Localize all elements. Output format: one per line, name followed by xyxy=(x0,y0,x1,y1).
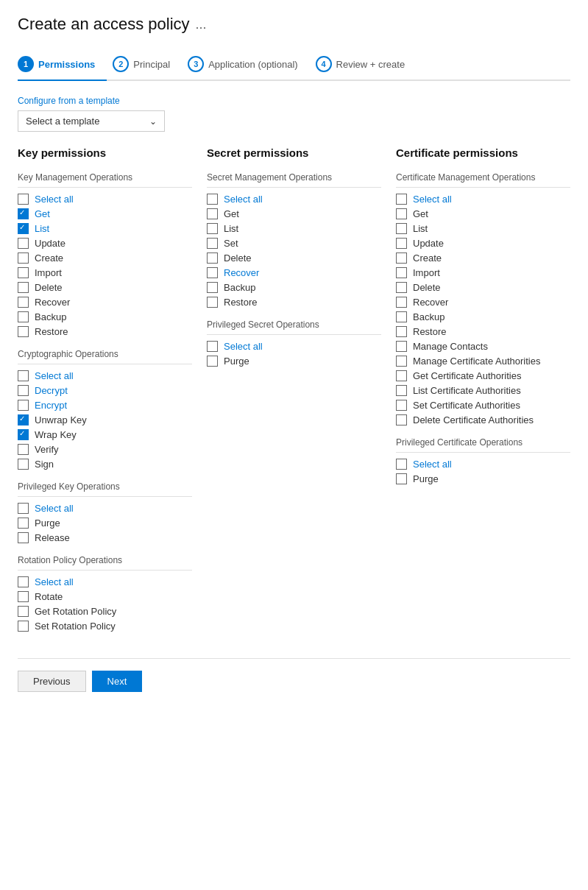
cm-create-checkbox[interactable] xyxy=(396,252,407,264)
step-application[interactable]: 3 Application (optional) xyxy=(188,49,309,80)
cm-list-label[interactable]: List xyxy=(413,223,428,234)
co-unwrapkey-checkbox[interactable] xyxy=(18,414,29,425)
ps-purge-label[interactable]: Purge xyxy=(224,356,249,367)
cm-selectall-label[interactable]: Select all xyxy=(413,194,452,205)
cm-recover-checkbox[interactable] xyxy=(396,297,407,308)
sm-selectall-label[interactable]: Select all xyxy=(224,194,263,205)
km-create-checkbox[interactable] xyxy=(18,252,29,264)
km-backup-label[interactable]: Backup xyxy=(35,311,66,322)
rp-selectall-label[interactable]: Select all xyxy=(35,576,74,587)
rp-getpolicy-checkbox[interactable] xyxy=(18,606,29,617)
co-selectall-checkbox[interactable] xyxy=(18,370,29,381)
cm-setca-label[interactable]: Set Certificate Authorities xyxy=(413,400,520,411)
co-wrapkey-checkbox[interactable] xyxy=(18,429,29,440)
pk-selectall-checkbox[interactable] xyxy=(18,503,29,514)
sm-restore-checkbox[interactable] xyxy=(207,297,218,308)
km-selectall-label[interactable]: Select all xyxy=(35,194,74,205)
step-review[interactable]: 4 Review + create xyxy=(316,49,417,80)
rp-selectall-checkbox[interactable] xyxy=(18,576,29,587)
sm-recover-label[interactable]: Recover xyxy=(224,267,259,278)
sm-backup-label[interactable]: Backup xyxy=(224,282,255,293)
sm-restore-label[interactable]: Restore xyxy=(224,297,258,308)
cm-manageca-label[interactable]: Manage Certificate Authorities xyxy=(413,356,540,367)
co-verify-label[interactable]: Verify xyxy=(35,444,59,455)
co-encrypt-label[interactable]: Encrypt xyxy=(35,400,67,411)
sm-set-label[interactable]: Set xyxy=(224,238,238,249)
cm-listca-label[interactable]: List Certificate Authorities xyxy=(413,385,521,396)
km-restore-checkbox[interactable] xyxy=(18,326,29,337)
sm-selectall-checkbox[interactable] xyxy=(207,194,218,205)
km-restore-label[interactable]: Restore xyxy=(35,326,68,337)
cm-getca-label[interactable]: Get Certificate Authorities xyxy=(413,370,521,381)
km-import-label[interactable]: Import xyxy=(35,267,62,278)
sm-delete-checkbox[interactable] xyxy=(207,252,218,264)
pk-release-checkbox[interactable] xyxy=(18,532,29,543)
cm-managecontacts-label[interactable]: Manage Contacts xyxy=(413,341,488,352)
cm-delete-label[interactable]: Delete xyxy=(413,282,441,293)
cm-update-label[interactable]: Update xyxy=(413,238,444,249)
cm-restore-checkbox[interactable] xyxy=(396,326,407,337)
km-recover-label[interactable]: Recover xyxy=(35,297,70,308)
co-encrypt-checkbox[interactable] xyxy=(18,400,29,411)
cm-get-label[interactable]: Get xyxy=(413,208,428,219)
cm-create-label[interactable]: Create xyxy=(413,252,442,264)
km-create-label[interactable]: Create xyxy=(35,252,63,264)
cm-import-checkbox[interactable] xyxy=(396,267,407,278)
sm-backup-checkbox[interactable] xyxy=(207,282,218,293)
km-update-checkbox[interactable] xyxy=(18,238,29,249)
km-delete-checkbox[interactable] xyxy=(18,282,29,293)
pk-selectall-label[interactable]: Select all xyxy=(35,503,74,514)
co-wrapkey-label[interactable]: Wrap Key xyxy=(35,429,77,440)
rp-rotate-checkbox[interactable] xyxy=(18,591,29,602)
sm-get-checkbox[interactable] xyxy=(207,208,218,219)
km-selectall-checkbox[interactable] xyxy=(18,194,29,205)
pk-purge-label[interactable]: Purge xyxy=(35,518,60,529)
sm-list-label[interactable]: List xyxy=(224,223,238,234)
template-dropdown[interactable]: Select a template ⌄ xyxy=(18,110,165,132)
cm-delete-checkbox[interactable] xyxy=(396,282,407,293)
km-backup-checkbox[interactable] xyxy=(18,311,29,322)
km-delete-label[interactable]: Delete xyxy=(35,282,63,293)
rp-setpolicy-label[interactable]: Set Rotation Policy xyxy=(35,621,116,632)
cm-listca-checkbox[interactable] xyxy=(396,385,407,396)
km-recover-checkbox[interactable] xyxy=(18,297,29,308)
co-verify-checkbox[interactable] xyxy=(18,444,29,455)
cm-recover-label[interactable]: Recover xyxy=(413,297,448,308)
pc-selectall-label[interactable]: Select all xyxy=(413,459,452,470)
page-title-ellipsis[interactable]: ... xyxy=(196,17,207,32)
next-button[interactable]: Next xyxy=(92,671,143,692)
ps-selectall-label[interactable]: Select all xyxy=(224,341,263,352)
cm-deleteca-checkbox[interactable] xyxy=(396,414,407,425)
cm-backup-checkbox[interactable] xyxy=(396,311,407,322)
cm-update-checkbox[interactable] xyxy=(396,238,407,249)
cm-getca-checkbox[interactable] xyxy=(396,370,407,381)
cm-deleteca-label[interactable]: Delete Certificate Authorities xyxy=(413,414,534,425)
sm-set-checkbox[interactable] xyxy=(207,238,218,249)
sm-recover-checkbox[interactable] xyxy=(207,267,218,278)
rp-setpolicy-checkbox[interactable] xyxy=(18,621,29,632)
cm-manageca-checkbox[interactable] xyxy=(396,356,407,367)
co-sign-checkbox[interactable] xyxy=(18,459,29,470)
rp-rotate-label[interactable]: Rotate xyxy=(35,591,63,602)
rp-getpolicy-label[interactable]: Get Rotation Policy xyxy=(35,606,116,617)
cm-restore-label[interactable]: Restore xyxy=(413,326,447,337)
step-permissions[interactable]: 1 Permissions xyxy=(18,49,107,81)
km-import-checkbox[interactable] xyxy=(18,267,29,278)
cm-selectall-checkbox[interactable] xyxy=(396,194,407,205)
pc-purge-checkbox[interactable] xyxy=(396,473,407,484)
km-list-label[interactable]: List xyxy=(35,223,49,234)
sm-list-checkbox[interactable] xyxy=(207,223,218,234)
co-unwrapkey-label[interactable]: Unwrap Key xyxy=(35,414,87,425)
co-sign-label[interactable]: Sign xyxy=(35,459,54,470)
cm-setca-checkbox[interactable] xyxy=(396,400,407,411)
cm-list-checkbox[interactable] xyxy=(396,223,407,234)
cm-managecontacts-checkbox[interactable] xyxy=(396,341,407,352)
ps-selectall-checkbox[interactable] xyxy=(207,341,218,352)
pk-release-label[interactable]: Release xyxy=(35,532,70,543)
cm-backup-label[interactable]: Backup xyxy=(413,311,444,322)
step-principal[interactable]: 2 Principal xyxy=(113,49,182,80)
co-selectall-label[interactable]: Select all xyxy=(35,370,74,381)
cm-get-checkbox[interactable] xyxy=(396,208,407,219)
pc-selectall-checkbox[interactable] xyxy=(396,459,407,470)
km-list-checkbox[interactable] xyxy=(18,223,29,234)
